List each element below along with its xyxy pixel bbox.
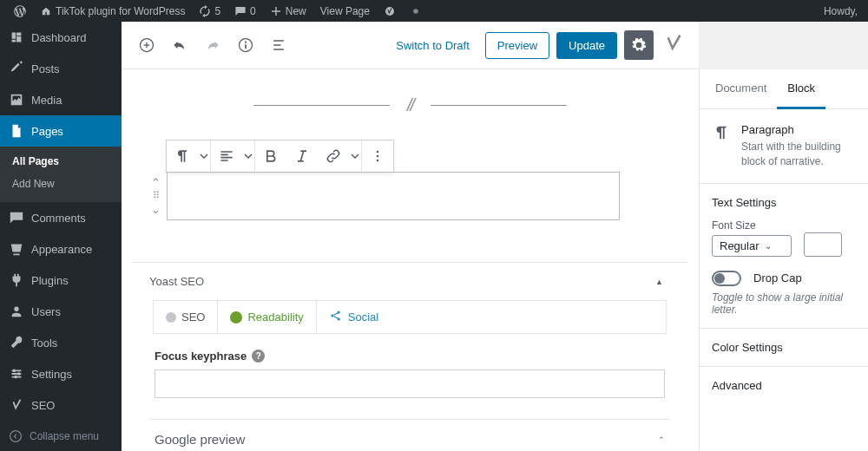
block-toolbar (166, 140, 394, 173)
bold-button[interactable] (255, 141, 286, 172)
more-format-dropdown[interactable] (349, 141, 361, 172)
yoast-header-icon[interactable] (661, 32, 687, 58)
align-left-icon (218, 147, 235, 165)
svg-point-2 (13, 369, 16, 373)
sidebar-item-comments[interactable]: Comments (0, 202, 122, 233)
selected-block: ⌃ ⠿ ⌄ (132, 140, 688, 220)
yoast-panel: Yoast SEO ▲ SEO Readability Social (132, 262, 687, 451)
align-dropdown[interactable] (242, 141, 254, 172)
updates-icon[interactable]: 5 (192, 0, 227, 22)
comments-icon[interactable]: 0 (227, 0, 263, 22)
google-preview-section: Google preview ⌃ Preview as: Mobile resu… (149, 419, 670, 451)
switch-to-draft[interactable]: Switch to Draft (387, 39, 478, 52)
readability-score-dot-icon (230, 311, 242, 324)
gear-icon (630, 36, 648, 54)
svg-point-10 (377, 151, 379, 154)
block-description: Start with the building block of narrati… (741, 140, 856, 169)
yoast-tab-seo[interactable]: SEO (154, 301, 218, 333)
svg-point-5 (10, 431, 22, 442)
comments-count: 0 (250, 5, 256, 17)
yoast-tab-social[interactable]: Social (317, 301, 391, 333)
chevron-down-icon: ⌄ (765, 241, 772, 251)
yoast-collapse-button[interactable]: ▲ (655, 278, 663, 286)
sidebar-item-appearance[interactable]: Appearance (0, 233, 122, 265)
sidebar-item-tools[interactable]: Tools (0, 327, 122, 358)
yoast-tabs: SEO Readability Social (153, 300, 667, 334)
inspector-panel: Document Block Paragraph Start with the … (699, 69, 868, 451)
paragraph-icon (712, 123, 731, 142)
font-size-number-input[interactable] (804, 232, 842, 257)
sidebar-item-pages[interactable]: Pages (0, 115, 122, 147)
block-type-dropdown[interactable] (198, 141, 210, 172)
site-title: TikTok plugin for WordPress (56, 5, 185, 17)
settings-gear-button[interactable] (624, 30, 654, 60)
paragraph-block[interactable] (167, 172, 620, 220)
inspector-tabs: Document Block (700, 69, 868, 109)
italic-button[interactable] (286, 141, 318, 172)
editor-canvas: // (122, 69, 699, 451)
redo-button[interactable] (200, 32, 226, 58)
sidebar-item-seo[interactable]: SEO (0, 389, 122, 421)
editor: Switch to Draft Preview Update // (122, 22, 699, 451)
font-size-select[interactable]: Regular ⌄ (712, 235, 792, 257)
separator-block: // (132, 95, 688, 115)
focus-keyphrase-label: Focus keyphrase ? (155, 350, 665, 363)
preview-button[interactable]: Preview (485, 32, 549, 59)
info-button[interactable] (233, 32, 259, 58)
sidebar-sub-all-pages[interactable]: All Pages (0, 150, 122, 173)
view-page[interactable]: View Page (313, 0, 377, 22)
inspector-tab-document[interactable]: Document (705, 69, 777, 108)
sidebar-item-plugins[interactable]: Plugins (0, 265, 122, 296)
more-options-button[interactable] (362, 141, 393, 172)
focus-keyphrase-input[interactable] (155, 369, 665, 398)
yoast-tab-readability[interactable]: Readability (218, 301, 316, 333)
howdy[interactable]: Howdy, (817, 0, 861, 22)
move-up-button[interactable]: ⌃ (151, 177, 161, 188)
yoast-adminbar-icon[interactable] (377, 0, 403, 22)
kebab-icon (369, 147, 386, 165)
admin-sidebar: Dashboard Posts Media Pages All Pages Ad… (0, 22, 122, 451)
site-home[interactable]: TikTok plugin for WordPress (33, 0, 192, 22)
new-content[interactable]: New (263, 0, 313, 22)
sidebar-item-posts[interactable]: Posts (0, 53, 122, 84)
help-icon[interactable]: ? (252, 350, 265, 363)
seo-score-dot-icon (166, 312, 176, 323)
update-button[interactable]: Update (556, 32, 617, 59)
svg-point-8 (245, 42, 247, 43)
block-type-button[interactable] (167, 141, 198, 172)
paragraph-icon (174, 147, 191, 165)
advanced-section[interactable]: Advanced (700, 366, 868, 404)
move-down-button[interactable]: ⌄ (151, 204, 161, 215)
status-dot-icon (403, 0, 429, 22)
google-preview-title: Google preview (155, 432, 245, 447)
inspector-tab-block[interactable]: Block (777, 69, 825, 109)
svg-point-1 (413, 9, 418, 14)
outline-button[interactable] (266, 32, 292, 58)
sidebar-item-settings[interactable]: Settings (0, 358, 122, 389)
drop-cap-label: Drop Cap (753, 271, 802, 284)
drop-cap-toggle[interactable] (712, 271, 741, 286)
admin-bar: TikTok plugin for WordPress 5 0 New View… (0, 0, 868, 22)
sidebar-item-dashboard[interactable]: Dashboard (0, 22, 122, 53)
drop-cap-hint: Toggle to show a large initial letter. (712, 291, 856, 316)
text-settings-title: Text Settings (712, 196, 856, 209)
sidebar-item-media[interactable]: Media (0, 84, 122, 115)
collapse-menu[interactable]: Collapse menu (0, 421, 122, 451)
color-settings-section[interactable]: Color Settings (700, 328, 868, 366)
inspector-block-header: Paragraph Start with the building block … (700, 109, 868, 183)
sidebar-item-users[interactable]: Users (0, 296, 122, 327)
svg-point-3 (17, 372, 21, 376)
yoast-title: Yoast SEO (149, 275, 204, 288)
sidebar-sub-add-new[interactable]: Add New (0, 173, 122, 195)
svg-point-13 (331, 314, 333, 317)
wp-logo-icon[interactable] (7, 0, 33, 22)
font-size-label: Font Size (712, 219, 792, 232)
sidebar-submenu-pages: All Pages Add New (0, 147, 122, 202)
add-block-button[interactable] (134, 32, 160, 58)
link-button[interactable] (318, 141, 349, 172)
share-icon (329, 309, 343, 325)
undo-button[interactable] (167, 32, 193, 58)
align-button[interactable] (211, 141, 242, 172)
google-preview-collapse-icon[interactable]: ⌃ (658, 435, 665, 444)
drag-handle[interactable]: ⠿ (153, 190, 159, 201)
